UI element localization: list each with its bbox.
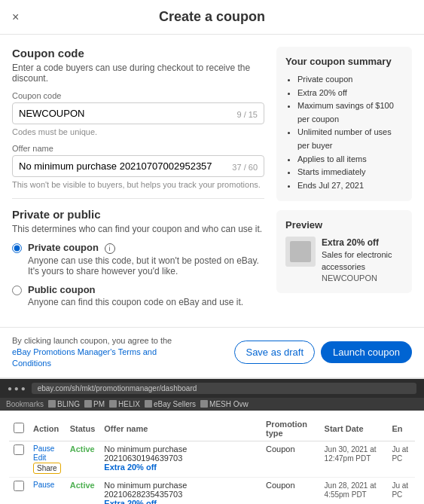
promo-type: Coupon <box>266 481 295 490</box>
preview-subtitle: Sales for electronic accessories <box>322 249 403 273</box>
bookmark-icon <box>109 400 117 408</box>
status-badge: Active <box>70 481 95 490</box>
col-checkbox <box>9 417 29 441</box>
left-panel: Coupon code Enter a code buyers can use … <box>12 47 276 315</box>
status-badge: Active <box>70 444 95 454</box>
browser-url: ebay.com/sh/mkt/promotionmanager/dashboa… <box>32 383 416 394</box>
bookmark-mesh[interactable]: MESH Ovw <box>200 400 249 408</box>
summary-item: Ends Jul 27, 2021 <box>297 179 403 193</box>
pause-button[interactable]: Pause <box>33 481 61 489</box>
bookmark-icon <box>200 400 208 408</box>
preview-box: Preview Extra 20% off Sales for electron… <box>276 210 412 293</box>
private-radio[interactable] <box>12 243 22 253</box>
private-option[interactable]: Private coupon i Anyone can use this cod… <box>12 242 264 276</box>
coupon-code-section: Coupon code Enter a code buyers can use … <box>12 47 264 189</box>
close-icon[interactable]: × <box>12 11 19 24</box>
summary-item: Applies to all items <box>297 153 403 166</box>
end-date: Ju at PC <box>392 445 408 463</box>
coupon-code-input[interactable] <box>19 108 258 119</box>
row-checkbox[interactable] <box>14 444 24 455</box>
bookmark-pm[interactable]: PM <box>84 400 105 408</box>
coupon-code-field[interactable]: 9 / 15 <box>12 102 264 124</box>
col-start-date: Start Date <box>320 417 388 441</box>
offer-name: No minimum purchase 20210628235435703 <box>104 481 257 499</box>
public-radio[interactable] <box>12 286 22 295</box>
product-thumbnail <box>290 241 311 262</box>
bookmark-icon <box>48 400 56 408</box>
offer-extra: Extra 20% off <box>104 499 257 504</box>
summary-title: Your coupon summary <box>285 56 403 67</box>
browser-bar: ● ● ● ebay.com/sh/mkt/promotionmanager/d… <box>0 379 424 398</box>
private-info-icon[interactable]: i <box>105 243 115 254</box>
modal-footer: By clicking launch coupon, you agree to … <box>0 327 424 377</box>
offer-name: No minimum purchase 20210630194639703 <box>104 444 257 463</box>
private-label: Private coupon i <box>28 242 264 254</box>
preview-code: NEWCOUPON <box>322 273 403 284</box>
preview-inner: Extra 20% off Sales for electronic acces… <box>285 237 403 284</box>
preview-text: Extra 20% off Sales for electronic acces… <box>322 237 403 284</box>
summary-item: Extra 20% off <box>297 87 403 100</box>
save-draft-button[interactable]: Save as draft <box>234 341 315 364</box>
start-date: Jun 28, 2021 at 4:55pm PDT <box>325 481 377 499</box>
public-label-group: Public coupon Anyone can find this coupo… <box>28 284 243 307</box>
preview-product-image <box>285 237 316 267</box>
dashboard-table: Action Status Offer name Promotion type … <box>9 417 415 504</box>
public-desc: Anyone can find this coupon code on eBay… <box>28 297 243 307</box>
public-label: Public coupon <box>28 284 243 295</box>
table-header-row: Action Status Offer name Promotion type … <box>9 417 415 441</box>
offer-name-input[interactable] <box>19 160 258 172</box>
share-button[interactable]: Share <box>33 463 61 474</box>
browser-dots: ● ● ● <box>8 384 26 393</box>
section-divider <box>12 198 264 199</box>
pause-button[interactable]: Pause <box>33 444 61 453</box>
coupon-hint: Codes must be unique. <box>12 127 264 136</box>
private-label-group: Private coupon i Anyone can use this cod… <box>28 242 264 276</box>
footer-terms: By clicking launch coupon, you agree to … <box>12 335 193 370</box>
start-date: Jun 30, 2021 at 12:47pm PDT <box>325 445 377 463</box>
preview-offer: Extra 20% off <box>322 237 403 249</box>
col-end: En <box>387 417 415 441</box>
launch-coupon-button[interactable]: Launch coupon <box>321 341 412 363</box>
terms-link[interactable]: eBay Promotions Manager's Terms and Cond… <box>12 347 157 368</box>
privacy-desc: This determines who can find your coupon… <box>12 224 264 234</box>
dashboard-content: Action Status Offer name Promotion type … <box>0 411 424 504</box>
bookmarks-label: Bookmarks <box>6 400 44 408</box>
coupon-char-count: 9 / 15 <box>236 110 258 119</box>
edit-button[interactable]: Edit <box>33 454 61 462</box>
bookmark-icon <box>84 400 92 408</box>
bookmark-bling[interactable]: BLING <box>48 400 80 408</box>
bookmark-icon <box>145 400 152 408</box>
table-row: Pause Active No minimum purchase 2021062… <box>9 477 415 504</box>
privacy-section: Private or public This determines who ca… <box>12 208 264 307</box>
coupon-field-label: Coupon code <box>12 91 264 100</box>
coupon-code-desc: Enter a code buyers can use during check… <box>12 63 264 84</box>
summary-box: Your coupon summary Private coupon Extra… <box>276 47 412 201</box>
privacy-title: Private or public <box>12 208 264 221</box>
footer-buttons: Save as draft Launch coupon <box>234 341 412 364</box>
summary-item: Maximum savings of $100 per coupon <box>297 99 403 126</box>
offer-name-label: Offer name <box>12 144 264 153</box>
col-offer-name: Offer name <box>99 417 261 441</box>
modal-header: × Create a coupon <box>0 0 424 35</box>
bookmark-helix[interactable]: HELIX <box>109 400 140 408</box>
col-status: Status <box>66 417 100 441</box>
right-panel: Your coupon summary Private coupon Extra… <box>276 47 412 315</box>
action-group: Pause <box>33 481 61 489</box>
browser-embed: ● ● ● ebay.com/sh/mkt/promotionmanager/d… <box>0 377 424 504</box>
action-group: Pause Edit Share <box>33 444 61 474</box>
main-content: Coupon code Enter a code buyers can use … <box>0 35 424 327</box>
coupon-code-title: Coupon code <box>12 47 264 60</box>
summary-item: Private coupon <box>297 73 403 87</box>
col-action: Action <box>29 417 66 441</box>
page-title: Create a coupon <box>159 9 265 25</box>
promo-type: Coupon <box>266 444 295 454</box>
bookmarks-bar: Bookmarks BLING PM HELIX eBay Sellers ME… <box>0 398 424 411</box>
public-option[interactable]: Public coupon Anyone can find this coupo… <box>12 284 264 307</box>
row-checkbox[interactable] <box>14 481 24 491</box>
offer-char-count: 37 / 60 <box>232 163 258 172</box>
select-all-checkbox[interactable] <box>14 423 24 433</box>
offer-extra: Extra 20% off <box>104 463 257 472</box>
private-desc: Anyone can use this code, but it won't b… <box>28 255 264 276</box>
bookmark-ebay-sellers[interactable]: eBay Sellers <box>145 400 196 408</box>
offer-name-field[interactable]: 37 / 60 <box>12 155 264 177</box>
